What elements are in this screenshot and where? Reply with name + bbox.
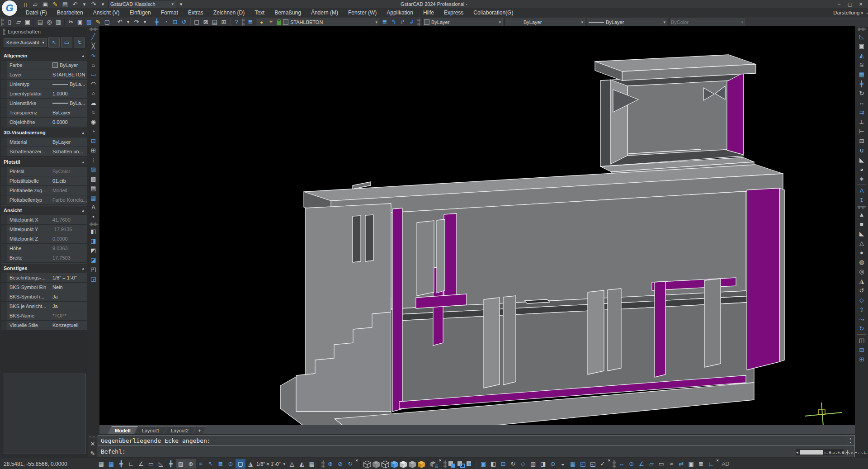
properties-list-icon[interactable]: ≣ (696, 459, 706, 469)
minimize-button[interactable]: – (835, 1, 844, 7)
extend-icon[interactable]: ⊢ (857, 127, 867, 136)
prop-row-bks-symbol-i[interactable]: BKS-Symbol i...Ja (1, 292, 87, 301)
command-window-grip[interactable] (89, 436, 97, 437)
layer-freeze-sun-icon[interactable]: ☀ (267, 18, 275, 26)
selection-cycling-icon[interactable]: ↖ (206, 459, 216, 469)
offset-faces-icon[interactable]: ◒ (558, 459, 568, 469)
fillet-icon[interactable]: ◕ (857, 165, 867, 174)
prop-row-mittelpunkt-y[interactable]: Mittelpunkt Y-17.9135 (1, 225, 87, 234)
close-icon[interactable]: ✕ (439, 459, 442, 463)
visual-style-conceptual-icon[interactable] (399, 460, 408, 469)
revision-cloud-icon[interactable]: ☁ (89, 98, 99, 108)
measure-radius-icon[interactable]: ⊙ (627, 459, 637, 469)
grid-dark-icon[interactable]: ▦ (96, 459, 106, 469)
constrained-orbit-icon[interactable]: ⊕ (326, 459, 335, 469)
print-icon[interactable]: ▤ (36, 18, 45, 26)
redo-dropdown-icon[interactable]: ▾ (141, 18, 149, 26)
toolbar-grip[interactable] (321, 460, 325, 468)
coordinate-readout[interactable]: 28.5481, -55.8566, 0.0000 (0, 461, 96, 467)
box-icon[interactable]: ■ (857, 219, 867, 229)
redo-dropdown-icon[interactable]: ▾ (99, 0, 107, 8)
toolbar-grip[interactable] (858, 206, 866, 209)
revolve-icon[interactable]: ↻ (857, 324, 867, 333)
undo-dropdown-icon[interactable]: ▾ (80, 0, 88, 8)
sweep-icon[interactable]: ↝ (857, 314, 867, 324)
toolbar-grip[interactable] (417, 19, 420, 26)
toolbar-grip[interactable] (443, 460, 447, 468)
construction-line-icon[interactable]: ╳ (89, 41, 99, 51)
new-icon[interactable]: ▯ (5, 18, 14, 26)
redo-icon[interactable]: ↷ (132, 18, 141, 26)
surface-2d-icon[interactable]: ◧ (89, 227, 99, 236)
polar-icon[interactable]: ∠ (136, 459, 146, 469)
measure-distance-icon[interactable]: ↔ (617, 459, 627, 469)
dynamic-input-icon[interactable]: ▭ (146, 459, 156, 469)
visual-styles-manager-icon[interactable] (429, 460, 439, 469)
separate-icon[interactable]: ◨ (538, 459, 548, 469)
restore-button[interactable]: ▢ (845, 1, 854, 7)
move-faces-icon[interactable]: ▦ (568, 459, 578, 469)
prop-row-breite[interactable]: Breite17.7503 (1, 253, 87, 262)
save-icon[interactable]: ▣ (41, 0, 50, 8)
zoom-window-icon[interactable]: ⊡ (170, 18, 179, 26)
prop-row-bks-je-ansicht[interactable]: BKS je Ansicht...Ja (1, 302, 87, 311)
free-orbit-icon[interactable]: ⊘ (335, 459, 345, 469)
torus-icon[interactable]: ◎ (857, 267, 867, 276)
rotate-icon[interactable]: ↻ (857, 89, 867, 98)
prop-row-mittelpunkt-x[interactable]: Mittelpunkt X41.7600 (1, 215, 87, 224)
layer-previous-icon[interactable]: ↰ (389, 18, 398, 26)
cut-icon[interactable]: ✂ (66, 18, 75, 26)
menu-bearbeiten[interactable]: Bearbeiten (52, 9, 88, 16)
union-icon[interactable] (448, 460, 457, 469)
workspace-switch-icon[interactable]: ▦ (307, 459, 317, 469)
region-icon[interactable]: ▤ (89, 184, 99, 193)
ellipse-icon[interactable]: ◉ (89, 117, 99, 127)
close-icon[interactable]: ✕ (716, 459, 719, 463)
command-hscrollbar[interactable]: ◀ ◺,▣,◭,≋,▦,╋,↻,↔,⇉,⊥,⊢,⊟,∪,◣,◕,∗,A,↧,▲,… (796, 449, 844, 455)
polyline-icon[interactable]: ∿ (89, 51, 99, 60)
prop-row-material[interactable]: MaterialByLayer (1, 137, 87, 147)
publish-icon[interactable]: ▥ (54, 18, 63, 26)
snap-icon[interactable]: ╋ (116, 459, 126, 469)
darstellung-menu[interactable]: Darstellung ▾ (833, 10, 863, 15)
toggle-pickadd-button[interactable]: ↯ (74, 38, 85, 47)
edit-dimension-icon[interactable]: ↧ (857, 195, 867, 205)
orbit-icon[interactable]: ◔ (161, 18, 170, 26)
surface-tabulated-icon[interactable]: ◲ (89, 274, 99, 284)
trim-icon[interactable]: ⊥ (857, 117, 867, 127)
lineweight-dropdown[interactable]: ByLayer ▾ (587, 18, 667, 26)
menu-bemassung[interactable]: Bemaßung (269, 9, 306, 16)
shell-icon[interactable]: ▥ (528, 459, 538, 469)
wedge-icon[interactable]: ◣ (857, 229, 867, 238)
visual-style-shaded-icon[interactable] (408, 460, 417, 469)
annotation-visibility-icon[interactable]: ◬ (287, 459, 297, 469)
redo-icon[interactable]: ↷ (89, 0, 98, 8)
undo-icon[interactable]: ↶ (115, 18, 124, 26)
scrollbar-thumb[interactable] (800, 450, 823, 455)
union-icon[interactable]: ◫ (857, 336, 867, 345)
measure-angle-icon[interactable]: ∠ (637, 459, 646, 469)
3d-model-viewport[interactable] (99, 26, 855, 426)
subtract-icon[interactable]: ⊟ (857, 345, 867, 355)
chamfer-icon[interactable]: ◣ (857, 155, 867, 165)
prop-row-beschriftungs[interactable]: Beschriftungs-...1/8" = 1'-0" (1, 273, 87, 282)
prop-row-objekthoehe[interactable]: Objekthöhe0.0000 (1, 118, 87, 127)
scroll-right-icon[interactable]: ◺,▣,◭,≋,▦,╋,↻,↔,⇉,⊥,⊢,⊟,∪,◣,◕,∗,A,↧,▲,■,… (825, 450, 868, 455)
toolbar-grip[interactable] (613, 460, 616, 468)
zoom-previous-icon[interactable]: ↺ (179, 18, 189, 26)
close-icon[interactable]: ✕ (355, 459, 359, 463)
tab-modell[interactable]: Modell (108, 426, 138, 434)
erase-icon[interactable]: ◺ (857, 32, 867, 41)
layer-isolate-icon[interactable]: ↱ (398, 18, 407, 26)
point-style-icon[interactable]: • (89, 212, 99, 222)
extract-edges-icon[interactable]: ↻ (508, 459, 518, 469)
menu-aendern[interactable]: Ändern (M) (306, 9, 343, 16)
new-icon[interactable]: ▯ (21, 0, 30, 8)
visual-style-xray-icon[interactable] (417, 460, 426, 469)
command-history-line[interactable]: Gegenüberliegende Ecke angeben: ▴ ▾ (98, 436, 854, 446)
toolbar-grip[interactable] (858, 28, 866, 31)
move-icon[interactable]: ╋ (857, 79, 867, 89)
array-icon[interactable]: ▦ (857, 70, 867, 79)
copy-object-icon[interactable]: ▣ (857, 41, 867, 51)
prop-row-plotstiltabelle[interactable]: Plotstiltabelle01.ctb (1, 176, 87, 185)
